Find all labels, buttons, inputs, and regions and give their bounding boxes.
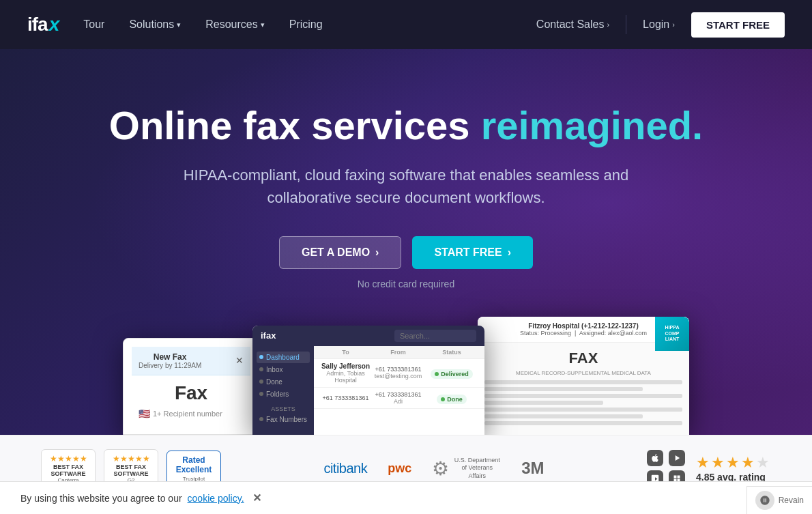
- doc-line: [484, 394, 682, 398]
- nav-resources-label: Resources: [205, 18, 257, 31]
- nav-resources[interactable]: Resources ▾: [205, 18, 264, 31]
- chevron-right-icon: ›: [375, 246, 379, 259]
- fax-big-title: Fax: [139, 382, 244, 404]
- fax-doc-lines: [484, 380, 682, 425]
- g2-stars: ★★★★★: [111, 454, 151, 463]
- table-cell-from: +61 7333381361 test@testing.com: [372, 366, 424, 380]
- fax-doc-body: FAX MEDICAL RECORD-SUPPLEMENTAL MEDICAL …: [478, 343, 689, 435]
- logo-text-prefix: ifa: [27, 14, 48, 35]
- hero-title-accent: reimagined.: [481, 103, 704, 147]
- chevron-down-icon: ▾: [261, 20, 265, 29]
- nav-tour[interactable]: Tour: [83, 18, 104, 31]
- sidebar-dashboard-label: Dashboard: [266, 354, 300, 361]
- cookie-policy-link[interactable]: cookie policy.: [188, 493, 244, 502]
- sidebar-folders-label: Folders: [266, 390, 289, 398]
- va-seal-icon: ⚙: [432, 457, 449, 480]
- ifax-app-header: ifax: [252, 326, 484, 346]
- chevron-right-icon: ›: [508, 246, 511, 259]
- doc-line: [484, 414, 643, 418]
- sidebar-item-done[interactable]: Done: [257, 376, 310, 388]
- fax-numbers-dot-icon: [259, 417, 263, 421]
- mockup-right-panel: Fitzroy Hospital (+1-212-122-1237) Statu…: [478, 317, 689, 435]
- assets-label: ASSETS: [257, 403, 310, 414]
- status-dot-icon: [435, 372, 439, 376]
- fax-form-title: New Fax: [139, 352, 201, 362]
- rating-section: ★★★★★ 4.85 avg. rating: [696, 454, 771, 483]
- nav-divider: [626, 15, 626, 34]
- cookie-text: By using this website you agree to our: [20, 493, 182, 502]
- ifax-body: Dashboard Inbox Done Folders ASSETS: [252, 346, 484, 435]
- close-icon[interactable]: ✕: [235, 355, 244, 366]
- table-row[interactable]: Sally Jefferson Admin, Tobias Hospital +…: [314, 359, 484, 388]
- hero-mockup: New Fax Delivery by 11:29AM ✕ Fax 🇺🇸 1+ …: [27, 317, 785, 435]
- doc-line: [484, 408, 682, 412]
- fax-recipient-label: 1+ Recipient number: [153, 410, 222, 418]
- nav-contact-sales[interactable]: Contact Sales ›: [536, 18, 609, 31]
- nav-login-label: Login: [643, 18, 669, 31]
- va-label: U.S. Departmentof Veterans Affairs: [453, 457, 501, 481]
- status-text: Status: Processing: [520, 330, 571, 337]
- sidebar-item-inbox[interactable]: Inbox: [257, 364, 310, 375]
- sidebar-item-fax-numbers[interactable]: Fax Numbers: [257, 414, 310, 425]
- hero-title-main: Online fax services: [109, 103, 481, 147]
- mockup-left-panel: New Fax Delivery by 11:29AM ✕ Fax 🇺🇸 1+ …: [123, 338, 259, 435]
- nav-login[interactable]: Login ›: [643, 18, 675, 31]
- nav-left: ifa x Tour Solutions ▾ Resources ▾ Prici…: [27, 14, 323, 35]
- from-number: +61 7333381361: [372, 391, 424, 398]
- play-icon[interactable]: [669, 450, 685, 466]
- sidebar-item-dashboard[interactable]: Dashboard: [257, 352, 310, 363]
- fax-form-header: New Fax Delivery by 11:29AM ✕: [132, 347, 250, 375]
- capterra-stars: ★★★★★: [48, 454, 88, 463]
- app-row-top: [647, 450, 685, 466]
- sidebar-item-folders[interactable]: Folders: [257, 388, 310, 400]
- recipient-number: +61 7333381361: [319, 395, 372, 401]
- table-cell-from: +61 7333381361 Adi: [372, 391, 424, 405]
- fax-doc-subtitle: MEDICAL RECORD-SUPPLEMENTAL MEDICAL DATA: [484, 370, 682, 376]
- get-demo-button[interactable]: GET A DEMO ›: [279, 236, 401, 269]
- assigned-text: Assigned: alex@aol.com: [579, 330, 647, 337]
- hero-start-free-button[interactable]: START FREE ›: [412, 236, 533, 269]
- nav-solutions[interactable]: Solutions ▾: [129, 18, 181, 31]
- chevron-right-icon: ›: [672, 20, 675, 29]
- fax-delivery-time: Delivery by 11:29AM: [139, 362, 201, 369]
- dashboard-dot-icon: [259, 355, 263, 359]
- nav-logo[interactable]: ifa x: [27, 14, 59, 35]
- trustpilot-title: RatedExcellent: [174, 455, 214, 474]
- status-badge: Done: [437, 395, 467, 404]
- cookie-close-button[interactable]: ✕: [252, 491, 261, 502]
- table-cell-status: Delivered: [424, 367, 479, 379]
- from-email: test@testing.com: [372, 373, 424, 380]
- apple-icon[interactable]: [647, 450, 663, 466]
- recipient-name: Sally Jefferson: [319, 362, 372, 370]
- nav-pricing[interactable]: Pricing: [289, 18, 323, 31]
- ifax-search-input[interactable]: [394, 330, 476, 342]
- doc-line: [484, 380, 682, 384]
- chevron-down-icon: ▾: [177, 20, 181, 29]
- fax-hospital-name: Fitzroy Hospital (+1-212-122-1237): [484, 322, 682, 330]
- nav-start-free-button[interactable]: START FREE: [691, 12, 785, 38]
- ifax-table-header: To From Status: [314, 346, 484, 359]
- table-cell-status: Done: [424, 392, 479, 404]
- from-number: +61 7333381361: [372, 366, 424, 373]
- table-cell-to: Sally Jefferson Admin, Tobias Hospital: [319, 362, 372, 384]
- capterra-title: BEST FAXSOFTWARE: [48, 463, 88, 477]
- inbox-dot-icon: [259, 367, 263, 371]
- nav-contact-sales-label: Contact Sales: [536, 18, 605, 31]
- proof-logos: citibank pwc ⚙ U.S. Departmentof Veteran…: [323, 457, 544, 481]
- ifax-sidebar: Dashboard Inbox Done Folders ASSETS: [252, 346, 314, 435]
- table-row[interactable]: +61 7333381361 +61 7333381361 Adi Done: [314, 388, 484, 409]
- fax-recipient: 🇺🇸 1+ Recipient number: [139, 408, 244, 419]
- ifax-small-logo: ifax: [261, 330, 276, 341]
- hippa-badge: HIPPACOMPLIANT: [655, 317, 689, 351]
- hero-start-free-label: START FREE: [434, 246, 502, 259]
- sidebar-done-label: Done: [266, 378, 282, 386]
- logo-text-suffix: x: [49, 14, 59, 35]
- hero-buttons: GET A DEMO › START FREE ›: [27, 236, 785, 269]
- rating-stars: ★★★★★: [696, 454, 771, 472]
- nav-solutions-label: Solutions: [129, 18, 174, 31]
- flag-icon: 🇺🇸: [139, 408, 150, 419]
- folders-dot-icon: [259, 392, 263, 396]
- cookie-banner: By using this website you agree to our c…: [0, 481, 812, 502]
- hero-title: Online fax services reimagined.: [27, 104, 785, 147]
- doc-line: [484, 421, 682, 425]
